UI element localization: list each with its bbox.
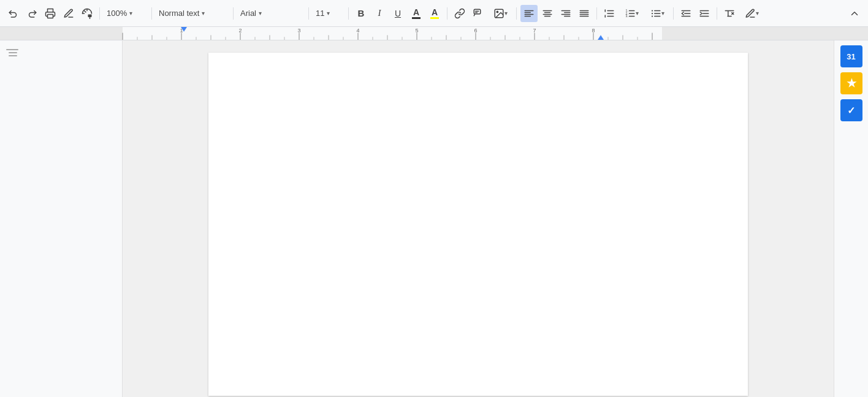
font-arrow: ▾	[259, 10, 262, 17]
font-size-value: 11	[316, 9, 324, 18]
document-area	[123, 40, 834, 397]
bulleted-list-button[interactable]: ▾	[645, 5, 669, 22]
divider-1	[99, 7, 100, 20]
font-select[interactable]: Arial ▾	[237, 5, 305, 22]
divider-2	[151, 7, 152, 20]
left-sidebar	[0, 40, 123, 397]
tasks-app-button[interactable]: ✓	[840, 99, 862, 121]
divider-10	[717, 7, 717, 20]
size-arrow: ▾	[327, 10, 330, 17]
align-center-button[interactable]	[539, 5, 556, 22]
increase-indent-button[interactable]	[696, 5, 713, 22]
line-spacing-button[interactable]	[601, 5, 618, 22]
insert-link-button[interactable]	[451, 5, 468, 22]
outline-line-3	[9, 55, 17, 56]
pen-arrow: ▾	[756, 10, 759, 17]
divider-5	[348, 7, 349, 20]
font-size-select[interactable]: 11 ▾	[313, 5, 345, 22]
main-area: 31 ★ ✓	[0, 40, 868, 397]
underline-button[interactable]: U	[389, 5, 406, 22]
zoom-select[interactable]: 100% ▾	[104, 5, 148, 22]
highlight-button[interactable]: A	[426, 5, 443, 22]
divider-4	[308, 7, 309, 20]
right-sidebar: 31 ★ ✓	[834, 40, 868, 397]
italic-button[interactable]: I	[371, 5, 388, 22]
zoom-value: 100%	[107, 9, 127, 18]
clear-formatting-button[interactable]	[721, 5, 738, 22]
keep-icon: ★	[847, 77, 856, 90]
underline-container: U	[395, 9, 401, 18]
pen-button[interactable]: ▾	[739, 5, 764, 22]
svg-text:3.: 3.	[625, 14, 628, 18]
tasks-icon: ✓	[847, 105, 855, 116]
zoom-arrow: ▾	[129, 10, 132, 17]
numbered-list-arrow: ▾	[636, 10, 639, 17]
collapse-toolbar-button[interactable]	[846, 5, 863, 22]
outline-line-2	[9, 52, 17, 53]
svg-point-37	[651, 12, 652, 13]
style-arrow: ▾	[202, 10, 205, 17]
undo-button[interactable]	[5, 5, 22, 22]
align-right-button[interactable]	[557, 5, 574, 22]
font-color-bar	[412, 17, 421, 19]
svg-point-7	[497, 11, 498, 12]
justify-button[interactable]	[576, 5, 593, 22]
paint-format-button[interactable]	[78, 5, 96, 22]
spellcheck-button[interactable]	[60, 5, 77, 22]
calendar-icon: 31	[847, 52, 855, 61]
divider-9	[673, 7, 674, 20]
style-value: Normal text	[159, 9, 199, 18]
numbered-list-button[interactable]: 1. 2. 3. ▾	[619, 5, 644, 22]
align-left-button[interactable]	[520, 5, 538, 22]
insert-image-button[interactable]: ▾	[488, 5, 512, 22]
toolbar: 100% ▾ Normal text ▾ Arial ▾ 11 ▾ B I U …	[0, 0, 868, 27]
svg-point-38	[651, 15, 652, 17]
redo-button[interactable]	[23, 5, 40, 22]
bulleted-list-arrow: ▾	[661, 10, 664, 17]
ruler	[0, 27, 868, 40]
outline-line-1	[6, 49, 18, 50]
divider-7	[516, 7, 517, 20]
svg-point-36	[651, 10, 652, 11]
document-page[interactable]	[208, 53, 748, 396]
font-value: Arial	[240, 9, 256, 18]
keep-app-button[interactable]: ★	[840, 72, 862, 94]
divider-8	[596, 7, 597, 20]
svg-rect-0	[48, 14, 53, 18]
image-arrow: ▾	[504, 10, 508, 17]
ruler-canvas	[0, 27, 868, 40]
font-color-button[interactable]: A	[408, 5, 425, 22]
document-outline-button[interactable]	[5, 45, 20, 60]
print-button[interactable]	[42, 5, 59, 22]
insert-comment-button[interactable]	[470, 5, 487, 22]
calendar-app-button[interactable]: 31	[840, 45, 862, 67]
decrease-indent-button[interactable]	[677, 5, 695, 22]
bold-button[interactable]: B	[352, 5, 370, 22]
divider-3	[233, 7, 234, 20]
highlight-color-bar	[430, 17, 439, 19]
style-select[interactable]: Normal text ▾	[156, 5, 229, 22]
divider-6	[447, 7, 447, 20]
